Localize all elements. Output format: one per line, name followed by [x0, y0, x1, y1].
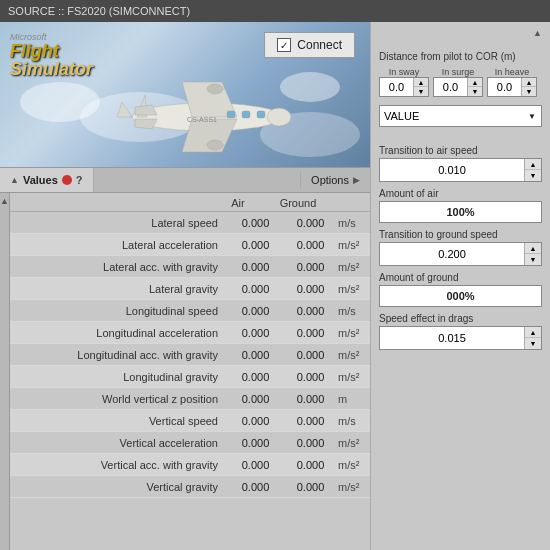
row-label: Lateral gravity — [10, 283, 228, 295]
tabs-row: ▲ Values ? Options ▶ — [0, 167, 370, 193]
amount-ground-group: Amount of ground 000% — [379, 272, 542, 307]
table-row: Lateral acc. with gravity 0.000 0.000 m/… — [10, 256, 370, 278]
heave-input[interactable] — [488, 78, 522, 96]
table-row: Vertical acc. with gravity 0.000 0.000 m… — [10, 454, 370, 476]
scroll-up-arrow[interactable]: ▲ — [0, 195, 9, 209]
air-column-header: Air — [208, 197, 268, 209]
row-air-value: 0.000 — [228, 437, 283, 449]
top-arrows: ▲ — [379, 28, 542, 44]
sway-input[interactable] — [380, 78, 414, 96]
separator1 — [379, 133, 542, 139]
connect-button[interactable]: ✓ Connect — [264, 32, 355, 58]
amount-ground-label: Amount of ground — [379, 272, 542, 283]
trans-air-spinner[interactable]: ▲ ▼ — [379, 158, 542, 182]
heave-up-btn[interactable]: ▲ — [522, 78, 536, 87]
amount-air-value: 100% — [379, 201, 542, 223]
title-label: SOURCE :: FS2020 (SIMCONNECT) — [8, 5, 190, 17]
data-table: Air Ground Lateral speed 0.000 0.000 m/s… — [10, 193, 370, 550]
amount-air-group: Amount of air 100% — [379, 188, 542, 223]
surge-up-btn[interactable]: ▲ — [468, 78, 482, 87]
svg-point-1 — [267, 108, 291, 126]
options-arrow: ▶ — [353, 175, 360, 185]
surge-input[interactable] — [434, 78, 468, 96]
row-ground-value: 0.000 — [283, 415, 338, 427]
sway-label: In sway — [389, 67, 420, 77]
trans-ground-up-btn[interactable]: ▲ — [525, 243, 541, 254]
row-unit: m/s² — [338, 371, 370, 383]
row-ground-value: 0.000 — [283, 459, 338, 471]
row-unit: m/s² — [338, 261, 370, 273]
row-label: Longitudinal gravity — [10, 371, 228, 383]
speed-effect-input[interactable] — [380, 327, 525, 349]
row-unit: m/s² — [338, 349, 370, 361]
row-label: Vertical acc. with gravity — [10, 459, 228, 471]
data-section: ▲ Air Ground Lateral speed 0.000 0.000 m… — [0, 193, 370, 550]
row-ground-value: 0.000 — [283, 371, 338, 383]
value-dropdown-wrap[interactable]: VALUE PERCENT ▼ — [379, 105, 542, 127]
trans-ground-group: Transition to ground speed ▲ ▼ — [379, 229, 542, 266]
row-ground-value: 0.000 — [283, 393, 338, 405]
row-label: Lateral acc. with gravity — [10, 261, 228, 273]
trans-air-down-btn[interactable]: ▼ — [525, 170, 541, 181]
svg-marker-2 — [117, 102, 132, 117]
trans-air-up-btn[interactable]: ▲ — [525, 159, 541, 170]
values-tab[interactable]: ▲ Values ? — [0, 168, 94, 192]
distance-label: Distance from pilot to COR (m) — [379, 50, 542, 63]
options-tab[interactable]: Options ▶ — [300, 171, 370, 189]
table-row: Lateral gravity 0.000 0.000 m/s² — [10, 278, 370, 300]
table-row: World vertical z position 0.000 0.000 m — [10, 388, 370, 410]
row-ground-value: 0.000 — [283, 217, 338, 229]
svg-rect-10 — [227, 111, 235, 118]
scroll-bar[interactable]: ▲ — [0, 193, 10, 550]
heave-col: In heave ▲ ▼ — [487, 67, 537, 97]
row-air-value: 0.000 — [228, 415, 283, 427]
amount-air-label: Amount of air — [379, 188, 542, 199]
row-unit: m — [338, 393, 370, 405]
svg-point-8 — [207, 84, 223, 94]
row-ground-value: 0.000 — [283, 283, 338, 295]
row-ground-value: 0.000 — [283, 481, 338, 493]
recording-dot — [62, 175, 72, 185]
row-unit: m/s² — [338, 459, 370, 471]
surge-col: In surge ▲ ▼ — [433, 67, 483, 97]
surge-spinner[interactable]: ▲ ▼ — [433, 77, 483, 97]
row-air-value: 0.000 — [228, 283, 283, 295]
heave-down-btn[interactable]: ▼ — [522, 87, 536, 96]
svg-rect-11 — [242, 111, 250, 118]
connect-checkbox[interactable]: ✓ — [277, 38, 291, 52]
row-label: World vertical z position — [10, 393, 228, 405]
row-ground-value: 0.000 — [283, 239, 338, 251]
sway-up-btn[interactable]: ▲ — [414, 78, 428, 87]
svg-text:CS-ASS1: CS-ASS1 — [187, 116, 217, 123]
heave-spinner[interactable]: ▲ ▼ — [487, 77, 537, 97]
trans-ground-spinner[interactable]: ▲ ▼ — [379, 242, 542, 266]
right-panel: ▲ Distance from pilot to COR (m) In sway… — [370, 22, 550, 550]
sway-col: In sway ▲ ▼ — [379, 67, 429, 97]
top-up-arrow[interactable]: ▲ — [533, 28, 542, 44]
trans-air-input[interactable] — [380, 159, 525, 181]
table-row: Longitudinal acceleration 0.000 0.000 m/… — [10, 322, 370, 344]
data-rows-container: Lateral speed 0.000 0.000 m/s Lateral ac… — [10, 212, 370, 541]
sway-spinner[interactable]: ▲ ▼ — [379, 77, 429, 97]
row-unit: m/s — [338, 217, 370, 229]
svg-marker-6 — [135, 105, 157, 115]
value-dropdown[interactable]: VALUE PERCENT — [379, 105, 542, 127]
speed-effect-down-btn[interactable]: ▼ — [525, 338, 541, 349]
left-panel: Microsoft Flight Simulator ✓ Connect — [0, 22, 370, 550]
trans-ground-input[interactable] — [380, 243, 525, 265]
table-row: Lateral acceleration 0.000 0.000 m/s² — [10, 234, 370, 256]
svg-marker-7 — [135, 119, 157, 129]
help-button[interactable]: ? — [76, 174, 83, 186]
row-label: Longitudinal speed — [10, 305, 228, 317]
table-row: Vertical gravity 0.000 0.000 m/s² — [10, 476, 370, 498]
trans-air-group: Transition to air speed ▲ ▼ — [379, 145, 542, 182]
surge-down-btn[interactable]: ▼ — [468, 87, 482, 96]
trans-ground-down-btn[interactable]: ▼ — [525, 254, 541, 265]
dist-row: In sway ▲ ▼ In surge ▲ — [379, 67, 542, 97]
sway-down-btn[interactable]: ▼ — [414, 87, 428, 96]
row-air-value: 0.000 — [228, 239, 283, 251]
speed-effect-spinner[interactable]: ▲ ▼ — [379, 326, 542, 350]
distance-section: Distance from pilot to COR (m) In sway ▲… — [379, 50, 542, 97]
speed-effect-up-btn[interactable]: ▲ — [525, 327, 541, 338]
row-unit: m/s² — [338, 239, 370, 251]
